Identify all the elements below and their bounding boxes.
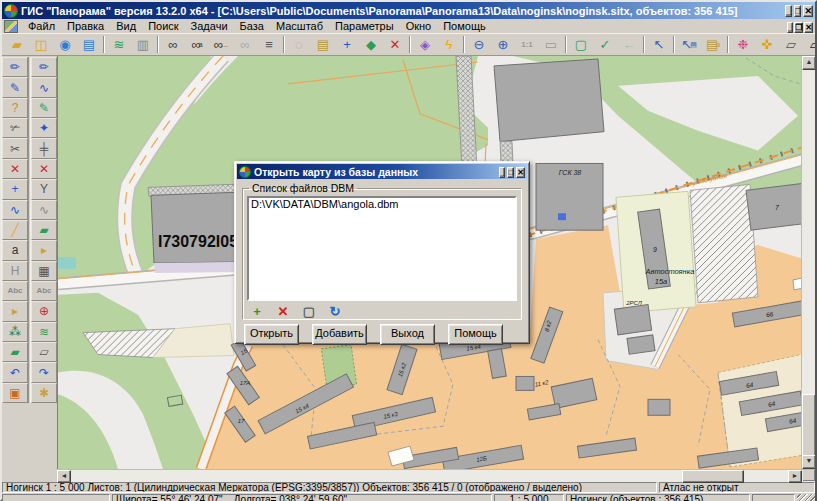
edit-tools-icon[interactable]: ✃	[2, 118, 28, 138]
menu-item-file[interactable]: Файл	[22, 20, 61, 32]
maximize-button[interactable]: □	[794, 5, 801, 17]
horizontal-scroll-thumb[interactable]	[682, 470, 744, 483]
create-polygon-icon[interactable]: ✎	[31, 98, 57, 118]
create-line-icon[interactable]: ✏	[31, 57, 57, 77]
dialog-maximize-button[interactable]: □	[507, 167, 514, 178]
create-object-icon[interactable]: ✏	[2, 57, 28, 77]
dialog-minimize-button[interactable]: _	[499, 167, 505, 178]
map-composition-icon[interactable]: ▥	[131, 34, 155, 55]
label-abc-icon[interactable]: Abc	[2, 281, 28, 301]
open-database-icon[interactable]: ◫	[29, 34, 53, 55]
scale-indicator[interactable]: 1 : 5 000	[494, 494, 564, 501]
child-restore-button[interactable]: ❐	[794, 22, 803, 33]
zoom-out-icon[interactable]: ⊖	[467, 34, 491, 55]
find-object-icon[interactable]: ∞	[161, 34, 185, 55]
scroll-up-button[interactable]: ▲	[802, 56, 815, 70]
edit-object-icon[interactable]: ✎	[2, 77, 28, 97]
highlight-text-icon[interactable]: a	[2, 240, 28, 260]
dbm-file-list[interactable]: D:\VK\DATA\DBM\angola.dbm	[247, 196, 517, 301]
menu-item-view[interactable]: Вид	[110, 20, 142, 32]
map-viewport[interactable]: I730792I05ГСК 38Автостоянка15а972РСЛул. …	[57, 56, 815, 469]
minimize-button[interactable]: _	[785, 5, 792, 17]
parcel-icon[interactable]: ▰	[31, 220, 57, 240]
panel-icon[interactable]: ▦	[31, 261, 57, 281]
zoom-frame-icon[interactable]: ▭	[539, 34, 563, 55]
menu-item-tasks[interactable]: Задачи	[185, 20, 234, 32]
map-passport-icon[interactable]: ▤	[77, 34, 101, 55]
ruler-icon[interactable]: ╱	[2, 220, 28, 240]
select-add-icon[interactable]: +	[335, 34, 359, 55]
find-by-name-icon[interactable]: ∞a	[185, 34, 209, 55]
find-more-icon[interactable]: ∞…	[209, 34, 233, 55]
menu-item-scale[interactable]: Масштаб	[270, 20, 329, 32]
find-repeat-icon[interactable]: ∞	[233, 34, 257, 55]
edit-node-icon[interactable]: +	[2, 179, 28, 199]
delete-node-icon[interactable]: ✕	[31, 159, 57, 179]
horizontal-mode-icon[interactable]: H	[2, 261, 28, 281]
scroll-right-button[interactable]: ►	[788, 470, 802, 483]
exit-button[interactable]: Выход	[380, 324, 435, 345]
split-line-icon[interactable]: Y	[31, 179, 57, 199]
menu-item-window[interactable]: Окно	[400, 20, 438, 32]
label-abc-alt-icon[interactable]: Abc	[31, 281, 57, 301]
select-cursor-icon[interactable]: ↖▤	[677, 34, 701, 55]
help-button[interactable]: Помощь	[448, 324, 503, 345]
cut-object-icon[interactable]: ✂	[2, 138, 28, 158]
child-close-button[interactable]: ✕	[804, 22, 813, 33]
stack-icon[interactable]: ≋	[31, 322, 57, 342]
cursor-icon[interactable]: ↖	[647, 34, 671, 55]
gallery-icon[interactable]: ▣	[2, 383, 28, 403]
scroll-down-button[interactable]: ▼	[802, 455, 815, 469]
zoom-object-icon[interactable]: ⊕	[31, 301, 57, 321]
edit-query-icon[interactable]: ?	[2, 98, 28, 118]
junction-icon[interactable]: ╪	[31, 138, 57, 158]
dialog-title-bar[interactable]: Открыть карту из базы данных _□✕	[237, 164, 527, 179]
add-button[interactable]: Добавить	[312, 324, 367, 345]
dialog-close-button[interactable]: ✕	[516, 167, 525, 178]
redo-icon[interactable]: ↷	[31, 362, 57, 382]
new-file-icon[interactable]: ▢	[301, 304, 317, 319]
object-card-icon[interactable]: ▤a	[701, 34, 725, 55]
star-tool-icon[interactable]: ✦	[31, 118, 57, 138]
run-task-icon[interactable]: ϟ	[437, 34, 461, 55]
back-view-icon[interactable]: ←	[617, 34, 641, 55]
undo-icon[interactable]: ↶	[2, 362, 28, 382]
horizontal-scrollbar[interactable]: ◄ ►	[2, 469, 815, 481]
close-button[interactable]: ✕	[803, 5, 813, 17]
apply-view-icon[interactable]: ✓	[593, 34, 617, 55]
list-item[interactable]: D:\VK\DATA\DBM\angola.dbm	[249, 198, 515, 211]
map-window-icon[interactable]: ▢	[569, 34, 593, 55]
open-geoportal-icon[interactable]: ◉	[53, 34, 77, 55]
remove-file-icon[interactable]: ✕	[275, 304, 291, 319]
palette-icon[interactable]: ❉	[731, 34, 755, 55]
select-area-icon[interactable]: ◌	[287, 34, 311, 55]
menu-item-database[interactable]: База	[234, 20, 270, 32]
view-3d-icon[interactable]: ◈	[413, 34, 437, 55]
hierarchy-icon[interactable]: ⁂	[2, 322, 28, 342]
eraser-all-icon[interactable]: ▱	[803, 34, 815, 55]
vertical-scrollbar[interactable]: ▲ ▼	[801, 56, 815, 469]
scale-1-1-icon[interactable]: 1:1	[515, 34, 539, 55]
object-list-icon[interactable]: ≡	[257, 34, 281, 55]
delete-object-icon[interactable]: ✕	[2, 159, 28, 179]
vertical-scroll-thumb[interactable]	[802, 394, 815, 458]
select-object-icon[interactable]: ◆	[359, 34, 383, 55]
menu-item-edit[interactable]: Правка	[61, 20, 110, 32]
menu-item-options[interactable]: Параметры	[329, 20, 400, 32]
add-file-icon[interactable]: +	[249, 304, 265, 319]
menu-item-help[interactable]: Помощь	[437, 20, 492, 32]
flashlight-icon[interactable]: ▸	[2, 301, 28, 321]
layers-icon[interactable]: ≋	[107, 34, 131, 55]
create-polyline-icon[interactable]: ∿	[31, 77, 57, 97]
erase-panel-icon[interactable]: ▱	[31, 342, 57, 362]
spline-icon[interactable]: ∿	[31, 200, 57, 220]
eraser-icon[interactable]: ▱	[779, 34, 803, 55]
menu-item-search[interactable]: Поиск	[142, 20, 184, 32]
child-minimize-button[interactable]: _	[787, 22, 793, 33]
smooth-line-icon[interactable]: ∿	[2, 200, 28, 220]
zoom-in-icon[interactable]: ⊕	[491, 34, 515, 55]
select-list-icon[interactable]: ▤	[311, 34, 335, 55]
scroll-left-button[interactable]: ◄	[57, 470, 71, 483]
refresh-icon[interactable]: ↻	[327, 304, 343, 319]
select-clear-icon[interactable]: ✕	[383, 34, 407, 55]
